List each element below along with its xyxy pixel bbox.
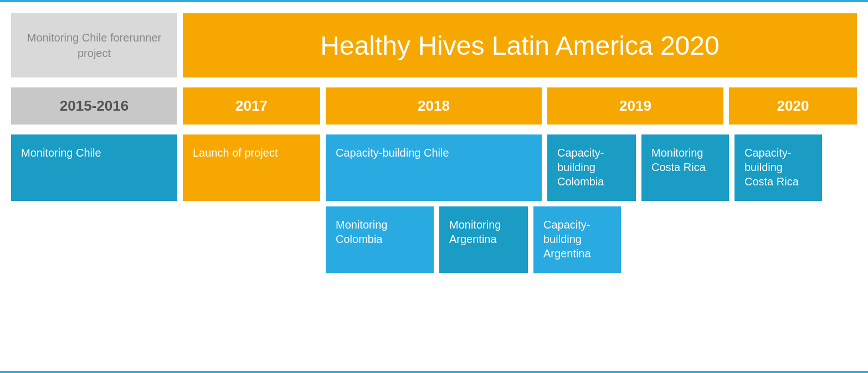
year-2018: 2018 xyxy=(326,87,542,125)
activity-monitoring-chile: Monitoring Chile xyxy=(11,134,177,201)
year-2017: 2017 xyxy=(183,87,320,125)
activity-capacity-building-costa-rica: Capacity-building Costa Rica xyxy=(735,134,822,201)
header-row: Monitoring Chile forerunner project Heal… xyxy=(11,13,857,77)
years-row: 2015-2016 2017 2018 2019 2020 xyxy=(11,87,857,125)
year-2020: 2020 xyxy=(729,87,857,125)
main-title: Healthy Hives Latin America 2020 xyxy=(320,30,719,61)
page-wrapper: Monitoring Chile forerunner project Heal… xyxy=(0,2,868,284)
activity-capacity-building-argentina: Capacity-building Argentina xyxy=(533,206,621,273)
activity-capacity-building-colombia: Capacity-building Colombia xyxy=(547,134,636,201)
activity-monitoring-colombia: Monitoring Colombia xyxy=(326,206,434,273)
activities-row-2: Monitoring Colombia Monitoring Argentina… xyxy=(11,206,857,273)
activity-monitoring-costa-rica: Monitoring Costa Rica xyxy=(641,134,729,201)
main-title-block: Healthy Hives Latin America 2020 xyxy=(183,13,857,77)
activity-monitoring-argentina: Monitoring Argentina xyxy=(439,206,528,273)
year-2015-2016: 2015-2016 xyxy=(11,87,177,125)
activities-row-1: Monitoring Chile Launch of project Capac… xyxy=(11,134,857,201)
activity-capacity-building-chile: Capacity-building Chile xyxy=(326,134,542,201)
year-2019: 2019 xyxy=(547,87,723,125)
forerunner-label: Monitoring Chile forerunner project xyxy=(11,13,177,77)
forerunner-text: Monitoring Chile forerunner project xyxy=(22,30,166,61)
activity-launch-of-project: Launch of project xyxy=(183,134,320,201)
